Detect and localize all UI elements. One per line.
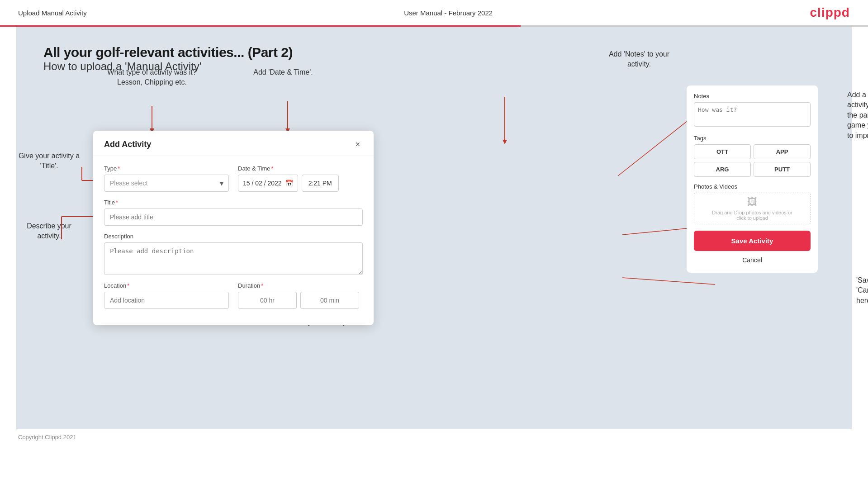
location-label: Location* bbox=[104, 282, 229, 289]
notes-section: Notes bbox=[694, 93, 811, 128]
type-group: Type* Please select bbox=[104, 165, 229, 192]
photo-drop-text: Drag and Drop photos and videos or click… bbox=[712, 210, 792, 221]
tags-section: Tags OTT APP ARG PUTT bbox=[694, 135, 811, 177]
title-input[interactable] bbox=[104, 208, 363, 226]
form-row-description: Description bbox=[104, 233, 363, 275]
type-label: Type* bbox=[104, 165, 229, 172]
location-group: Location* bbox=[104, 282, 229, 309]
page-subtitle-center: User Manual - February 2022 bbox=[404, 9, 493, 17]
datetime-group: Date & Time* 15 / 02 / 2022 📅 2:21 PM bbox=[238, 165, 363, 192]
tag-app[interactable]: APP bbox=[754, 144, 811, 159]
annotation-title: Give your activity a 'Title'. bbox=[16, 151, 82, 171]
dialog-header: Add Activity × bbox=[93, 131, 374, 156]
annotation-save: 'Save Activity' or 'Cancel' your changes… bbox=[856, 275, 868, 306]
svg-line-18 bbox=[622, 278, 715, 284]
annotation-tags: Add a 'Tag' to your activity to link it … bbox=[847, 90, 868, 141]
tag-arg[interactable]: ARG bbox=[694, 162, 751, 177]
dialog-body: Type* Please select Date & Time* 15 / bbox=[93, 156, 374, 325]
form-row-location-duration: Location* Duration* bbox=[104, 282, 363, 309]
phone-frame: Notes Tags OTT APP ARG PUTT Photos & Vid… bbox=[687, 85, 818, 273]
tag-ott[interactable]: OTT bbox=[694, 144, 751, 159]
form-row-title: Title* bbox=[104, 199, 363, 226]
description-group: Description bbox=[104, 233, 363, 275]
tags-section-label: Tags bbox=[694, 135, 811, 142]
datetime-label: Date & Time* bbox=[238, 165, 363, 172]
photos-section-label: Photos & Videos bbox=[694, 183, 811, 190]
dialog-title: Add Activity bbox=[104, 140, 151, 149]
date-input[interactable]: 15 / 02 / 2022 📅 bbox=[238, 175, 298, 192]
tags-grid: OTT APP ARG PUTT bbox=[694, 144, 811, 177]
calendar-icon[interactable]: 📅 bbox=[285, 180, 293, 187]
cancel-link[interactable]: Cancel bbox=[694, 255, 811, 265]
phone-panel: Add 'Notes' to your activity. Add a 'Tag… bbox=[680, 85, 825, 273]
annotation-datetime: Add 'Date & Time'. bbox=[238, 67, 328, 77]
main-content: All your golf-relevant activities... (Pa… bbox=[16, 27, 852, 429]
logo: clippd bbox=[810, 5, 850, 20]
annotation-notes: Add 'Notes' to your activity. bbox=[589, 49, 689, 70]
svg-marker-15 bbox=[503, 140, 507, 144]
top-bar: Upload Manual Activity User Manual - Feb… bbox=[0, 0, 868, 25]
duration-inputs bbox=[238, 292, 363, 309]
title-label: Title* bbox=[104, 199, 363, 206]
datetime-inputs: 15 / 02 / 2022 📅 2:21 PM bbox=[238, 175, 363, 192]
phone-inner: Notes Tags OTT APP ARG PUTT Photos & Vid… bbox=[687, 85, 818, 273]
description-textarea[interactable] bbox=[104, 242, 363, 275]
notes-section-label: Notes bbox=[694, 93, 811, 99]
location-input[interactable] bbox=[104, 292, 229, 309]
title-group: Title* bbox=[104, 199, 363, 226]
time-input[interactable]: 2:21 PM bbox=[302, 175, 339, 192]
description-label: Description bbox=[104, 233, 363, 240]
photo-drop-zone[interactable]: 🖼 Drag and Drop photos and videos or cli… bbox=[694, 193, 811, 224]
duration-group: Duration* bbox=[238, 282, 363, 309]
copyright: Copyright Clippd 2021 bbox=[18, 434, 76, 441]
duration-hr-input[interactable] bbox=[238, 292, 297, 309]
save-activity-button[interactable]: Save Activity bbox=[694, 231, 811, 251]
page-title-main: All your golf-relevant activities... (Pa… bbox=[43, 45, 825, 60]
footer: Copyright Clippd 2021 bbox=[0, 429, 868, 445]
form-row-type-datetime: Type* Please select Date & Time* 15 / bbox=[104, 165, 363, 192]
tag-putt[interactable]: PUTT bbox=[754, 162, 811, 177]
duration-label: Duration* bbox=[238, 282, 363, 289]
notes-textarea[interactable] bbox=[694, 102, 811, 127]
duration-min-input[interactable] bbox=[300, 292, 359, 309]
annotation-description: Describe your activity. bbox=[16, 221, 82, 242]
close-button[interactable]: × bbox=[352, 139, 363, 150]
type-select-wrapper[interactable]: Please select bbox=[104, 175, 229, 192]
photo-icon: 🖼 bbox=[747, 196, 757, 208]
type-select[interactable]: Please select bbox=[104, 175, 229, 192]
add-activity-dialog: Add Activity × Type* Please select bbox=[93, 131, 374, 325]
annotation-type: What type of activity was it? Lesson, Ch… bbox=[107, 67, 197, 88]
page-title-left: Upload Manual Activity bbox=[18, 9, 87, 17]
photos-section: Photos & Videos 🖼 Drag and Drop photos a… bbox=[694, 183, 811, 224]
